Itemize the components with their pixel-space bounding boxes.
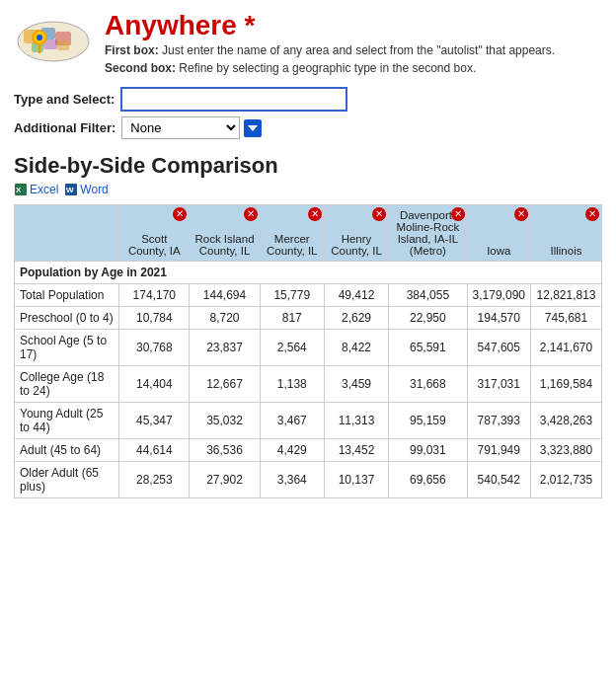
cell-rock-island-school: 23,837 — [190, 330, 260, 366]
filter-row: Additional Filter: None — [14, 116, 602, 139]
cell-mercer-school: 2,564 — [260, 330, 324, 366]
comparison-section: Side-by-Side Comparison X Excel W Word — [14, 153, 602, 498]
cell-mercer-young: 3,467 — [260, 403, 324, 439]
cell-henry-young: 11,313 — [324, 403, 388, 439]
form-section: Type and Select: Additional Filter: None — [14, 87, 602, 139]
cell-henry-college: 3,459 — [324, 366, 388, 403]
export-excel-link[interactable]: X Excel — [14, 183, 58, 196]
word-icon: W — [64, 183, 78, 196]
export-links: X Excel W Word — [14, 183, 602, 196]
cell-illinois-total: 12,821,813 — [530, 284, 601, 307]
table-row: Young Adult (25 to 44) 45,347 35,032 3,4… — [15, 403, 602, 439]
desc1: First box: Just enter the name of any ar… — [105, 41, 555, 59]
type-select-label: Type and Select: — [14, 92, 115, 107]
filter-select[interactable]: None — [121, 116, 240, 139]
remove-illinois-btn[interactable]: ✕ — [585, 207, 599, 221]
cell-davenport-adult: 99,031 — [389, 439, 467, 462]
cell-mercer-older: 3,364 — [260, 462, 324, 498]
cell-scott-school: 30,768 — [119, 330, 190, 366]
cell-davenport-young: 95,159 — [389, 403, 467, 439]
row-label-preschool: Preschool (0 to 4) — [15, 307, 119, 330]
cell-scott-adult: 44,614 — [119, 439, 190, 462]
table-row: Older Adult (65 plus) 28,253 27,902 3,36… — [15, 462, 602, 498]
excel-icon: X — [14, 183, 28, 196]
cell-rock-island-young: 35,032 — [190, 403, 260, 439]
row-label-total-population: Total Population — [15, 284, 119, 307]
cell-henry-total: 49,412 — [324, 284, 388, 307]
row-label-school-age: School Age (5 to 17) — [15, 330, 119, 366]
cell-henry-preschool: 2,629 — [324, 307, 388, 330]
row-label-college: College Age (18 to 24) — [15, 366, 119, 403]
cell-iowa-older: 540,542 — [467, 462, 530, 498]
cell-scott-older: 28,253 — [119, 462, 190, 498]
cell-henry-older: 10,137 — [324, 462, 388, 498]
comparison-table: ✕ Scott County, IA ✕ Rock Island County,… — [14, 204, 602, 498]
header-text: Anywhere * First box: Just enter the nam… — [105, 10, 555, 77]
type-select-row: Type and Select: — [14, 87, 602, 112]
comparison-title: Side-by-Side Comparison — [14, 153, 602, 179]
cell-illinois-preschool: 745,681 — [530, 307, 601, 330]
remove-iowa-btn[interactable]: ✕ — [514, 207, 528, 221]
app-title: Anywhere * — [105, 10, 555, 41]
filter-select-wrap: None — [121, 116, 262, 139]
row-label-adult: Adult (45 to 64) — [15, 439, 119, 462]
cell-iowa-total: 3,179,090 — [467, 284, 530, 307]
cell-henry-school: 8,422 — [324, 330, 388, 366]
cell-iowa-school: 547,605 — [467, 330, 530, 366]
cell-mercer-adult: 4,429 — [260, 439, 324, 462]
col-header-henry: ✕ Henry County, IL — [324, 205, 388, 262]
cell-davenport-older: 69,656 — [389, 462, 467, 498]
cell-rock-island-preschool: 8,720 — [190, 307, 260, 330]
remove-davenport-btn[interactable]: ✕ — [451, 207, 465, 221]
cell-rock-island-older: 27,902 — [190, 462, 260, 498]
table-row: Preschool (0 to 4) 10,784 8,720 817 2,62… — [15, 307, 602, 330]
cell-scott-total: 174,170 — [119, 284, 190, 307]
cell-iowa-college: 317,031 — [467, 366, 530, 403]
table-row: Adult (45 to 64) 44,614 36,536 4,429 13,… — [15, 439, 602, 462]
logo — [14, 10, 93, 69]
cell-illinois-school: 2,141,670 — [530, 330, 601, 366]
page-header: Anywhere * First box: Just enter the nam… — [14, 10, 602, 77]
cell-davenport-total: 384,055 — [389, 284, 467, 307]
svg-rect-6 — [57, 40, 69, 50]
select-icon[interactable] — [244, 119, 262, 137]
svg-text:W: W — [66, 186, 74, 194]
cell-scott-preschool: 10,784 — [119, 307, 190, 330]
remove-rock-island-btn[interactable]: ✕ — [244, 207, 258, 221]
col-header-scott: ✕ Scott County, IA — [119, 205, 190, 262]
cell-rock-island-total: 144,694 — [190, 284, 260, 307]
col-header-mercer: ✕ Mercer County, IL — [260, 205, 324, 262]
col-header-iowa: ✕ Iowa — [467, 205, 530, 262]
section-header-cell: Population by Age in 2021 — [15, 262, 602, 284]
col-header-rock-island: ✕ Rock Island County, IL — [190, 205, 260, 262]
filter-label: Additional Filter: — [14, 120, 116, 135]
col-header-label — [15, 205, 119, 262]
section-header-row: Population by Age in 2021 — [15, 262, 602, 284]
remove-scott-btn[interactable]: ✕ — [173, 207, 187, 221]
row-label-older-adult: Older Adult (65 plus) — [15, 462, 119, 498]
cell-illinois-young: 3,428,263 — [530, 403, 601, 439]
cell-davenport-college: 31,668 — [389, 366, 467, 403]
cell-mercer-preschool: 817 — [260, 307, 324, 330]
cell-illinois-college: 1,169,584 — [530, 366, 601, 403]
cell-scott-college: 14,404 — [119, 366, 190, 403]
table-header-row: ✕ Scott County, IA ✕ Rock Island County,… — [15, 205, 602, 262]
type-select-input[interactable] — [120, 87, 347, 112]
cell-illinois-older: 2,012,735 — [530, 462, 601, 498]
remove-henry-btn[interactable]: ✕ — [372, 207, 386, 221]
cell-mercer-college: 1,138 — [260, 366, 324, 403]
cell-mercer-total: 15,779 — [260, 284, 324, 307]
svg-text:X: X — [16, 186, 22, 194]
cell-iowa-young: 787,393 — [467, 403, 530, 439]
cell-rock-island-adult: 36,536 — [190, 439, 260, 462]
cell-henry-adult: 13,452 — [324, 439, 388, 462]
cell-rock-island-college: 12,667 — [190, 366, 260, 403]
export-word-link[interactable]: W Word — [64, 183, 108, 196]
desc2: Second box: Refine by selecting a geogra… — [105, 59, 555, 77]
table-row: School Age (5 to 17) 30,768 23,837 2,564… — [15, 330, 602, 366]
col-header-davenport: ✕ Davenport-Moline-Rock Island, IA-IL (M… — [389, 205, 467, 262]
cell-iowa-adult: 791,949 — [467, 439, 530, 462]
cell-scott-young: 45,347 — [119, 403, 190, 439]
cell-illinois-adult: 3,323,880 — [530, 439, 601, 462]
remove-mercer-btn[interactable]: ✕ — [308, 207, 322, 221]
